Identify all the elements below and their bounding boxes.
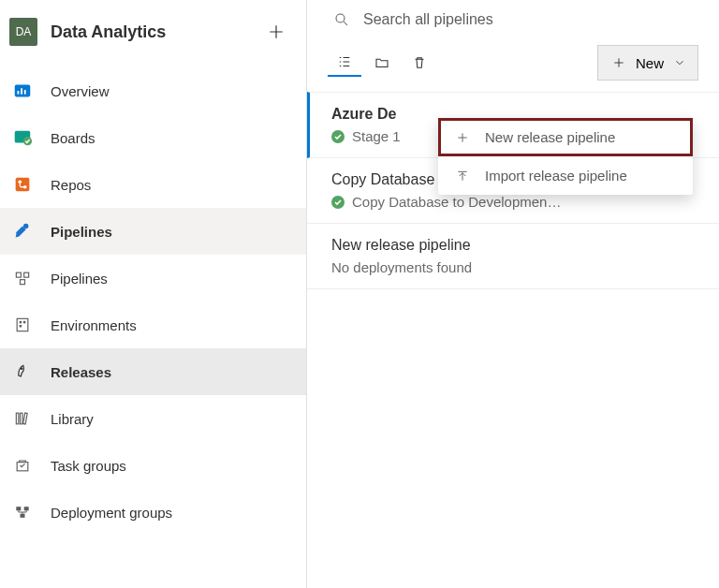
svg-rect-18 (16, 413, 19, 424)
svg-rect-11 (24, 272, 29, 277)
plus-icon (267, 22, 286, 41)
subnav-task-groups[interactable]: Task groups (0, 442, 306, 489)
svg-point-8 (23, 185, 27, 189)
sidebar-header: DA Data Analytics (0, 0, 306, 67)
pipeline-sub-text: Copy Database to Developmen… (352, 194, 561, 210)
main-content: New Azure De Stage 1 Copy Database Multi… (307, 0, 719, 588)
plus-icon (455, 130, 470, 145)
subnav-environments[interactable]: Environments (0, 301, 306, 348)
library-icon (11, 407, 34, 430)
nav-label: Boards (51, 130, 95, 146)
search-icon (333, 11, 350, 28)
nav: Overview Boards Repos Pipelines (0, 67, 306, 588)
folder-icon (374, 54, 390, 71)
nav-label: Overview (51, 83, 110, 99)
svg-rect-20 (23, 413, 27, 424)
dropdown-label: New release pipeline (485, 129, 615, 145)
svg-rect-10 (16, 272, 21, 277)
new-project-button[interactable] (259, 15, 293, 49)
svg-rect-24 (21, 514, 25, 518)
nav-label: Repos (51, 177, 91, 193)
svg-point-9 (23, 224, 28, 229)
overview-icon (11, 80, 34, 102)
svg-rect-3 (24, 90, 26, 95)
svg-rect-12 (21, 280, 25, 285)
deployment-groups-icon (11, 501, 34, 523)
nav-boards[interactable]: Boards (0, 114, 306, 161)
svg-rect-2 (21, 88, 22, 94)
pipelines-sub-icon (11, 267, 34, 289)
view-folder-button[interactable] (365, 49, 399, 77)
subnav-label: Pipelines (51, 271, 108, 287)
dropdown-label: Import release pipeline (485, 168, 627, 184)
svg-rect-6 (16, 178, 30, 192)
import-release-pipeline-item[interactable]: Import release pipeline (438, 156, 693, 195)
pipeline-item[interactable]: New release pipeline No deployments foun… (307, 224, 719, 289)
pipeline-subtitle: No deployments found (331, 259, 698, 275)
releases-icon (11, 360, 34, 383)
subnav-label: Task groups (51, 458, 126, 474)
pipeline-sub-text: No deployments found (331, 259, 472, 275)
pipeline-subtitle: Copy Database to Developmen… (331, 194, 698, 210)
sidebar: DA Data Analytics Overview Boards (0, 0, 307, 588)
new-button[interactable]: New (597, 45, 698, 81)
subnav-releases[interactable]: Releases (0, 348, 306, 395)
pipeline-sub-text: Stage 1 (352, 128, 401, 144)
svg-rect-15 (23, 321, 26, 324)
trash-icon (411, 54, 428, 71)
toolbar: New (307, 45, 719, 92)
new-release-pipeline-item[interactable]: New release pipeline (438, 118, 693, 156)
search-input[interactable] (363, 11, 698, 28)
subnav-label: Environments (51, 317, 137, 333)
svg-point-7 (18, 180, 22, 184)
nav-pipelines[interactable]: Pipelines (0, 208, 306, 255)
nav-overview[interactable]: Overview (0, 67, 306, 114)
subnav-pipelines[interactable]: Pipelines (0, 255, 306, 301)
svg-rect-13 (17, 318, 28, 331)
nav-repos[interactable]: Repos (0, 161, 306, 208)
svg-rect-1 (18, 91, 20, 95)
pipeline-title: New release pipeline (331, 237, 698, 254)
chevron-down-icon (673, 56, 686, 69)
svg-rect-19 (21, 413, 23, 424)
search-row (307, 0, 719, 45)
subnav-label: Library (51, 411, 94, 427)
svg-point-17 (21, 367, 23, 370)
environments-icon (11, 314, 34, 336)
project-avatar: DA (9, 18, 37, 46)
svg-rect-14 (20, 321, 22, 324)
subnav-label: Deployment groups (51, 505, 172, 521)
new-dropdown: New release pipeline Import release pipe… (438, 118, 693, 195)
view-list-button[interactable] (328, 49, 361, 77)
svg-rect-23 (24, 507, 29, 510)
task-groups-icon (11, 454, 34, 477)
project-name: Data Analytics (51, 22, 246, 42)
import-icon (455, 169, 470, 184)
svg-rect-16 (20, 325, 22, 328)
subnav-deployment-groups[interactable]: Deployment groups (0, 489, 306, 536)
svg-rect-22 (16, 507, 21, 510)
nav-label: Pipelines (51, 224, 112, 240)
list-icon (336, 53, 353, 70)
subnav-label: Releases (51, 364, 111, 380)
delete-button[interactable] (403, 49, 436, 77)
boards-icon (11, 126, 34, 149)
subnav-library[interactable]: Library (0, 395, 306, 442)
status-success-icon (331, 196, 345, 209)
status-success-icon (331, 130, 345, 143)
svg-point-25 (336, 14, 345, 22)
plus-icon (611, 55, 626, 70)
repos-icon (11, 173, 34, 196)
new-button-label: New (636, 55, 664, 71)
pipelines-icon (11, 220, 34, 243)
